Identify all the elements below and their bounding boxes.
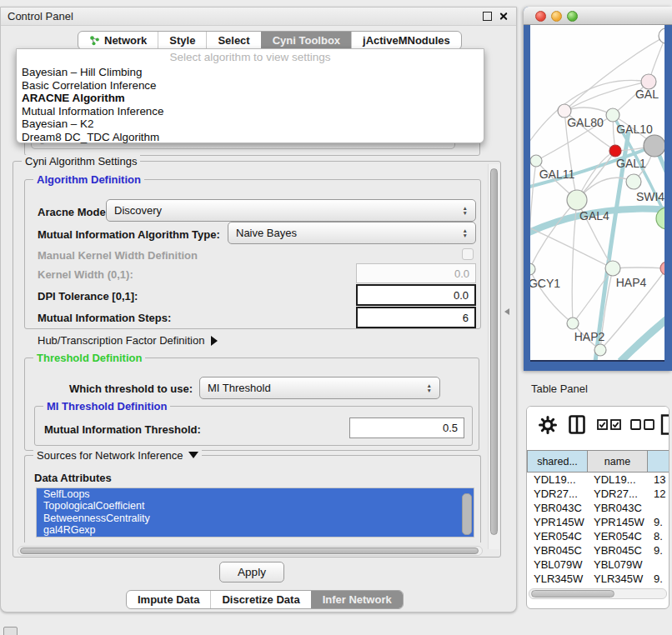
table-column-header-name[interactable]: name [587, 450, 647, 472]
dropdown-item-dream8-dc-tdc-algorithm[interactable]: Dream8 DC_TDC Algorithm [17, 131, 484, 144]
network-node-label: GAL [635, 88, 659, 101]
scrollbar-thumb[interactable] [20, 548, 479, 554]
mi-type-combo[interactable]: Naive Bayes ▲▼ [228, 222, 476, 244]
document-icon[interactable] [660, 414, 669, 435]
network-node[interactable] [659, 28, 664, 43]
scrollbar-thumb[interactable] [490, 168, 498, 535]
tab-impute-data[interactable]: Impute Data [127, 591, 210, 608]
network-node-label: GAL4 [579, 209, 609, 222]
which-threshold-combo[interactable]: MI Threshold ▲▼ [199, 377, 440, 399]
control-panel-titlebar: Control Panel [1, 8, 516, 26]
zoom-traffic-light-icon[interactable] [567, 11, 578, 22]
tab-style[interactable]: Style [158, 32, 206, 49]
table-row[interactable]: YER054CYER054C8. [527, 529, 669, 543]
table-row[interactable]: YDL19...YDL19...13 [527, 472, 669, 487]
minimize-traffic-light-icon[interactable] [551, 11, 562, 22]
mi-threshold-value: 0.5 [443, 422, 458, 434]
tab-network[interactable]: Network [78, 32, 158, 49]
float-window-icon[interactable] [483, 12, 492, 21]
screen: Control Panel NetworkStyleSelectCyni Too… [0, 0, 672, 635]
table-column-header-2[interactable] [647, 450, 669, 472]
network-node-label: HAP2 [574, 330, 605, 343]
attribute-item-betweennesscentrality[interactable]: BetweennessCentrality [37, 512, 474, 524]
dpi-tolerance-field[interactable]: 0.0 [356, 284, 476, 306]
mi-steps-field[interactable]: 6 [356, 307, 476, 328]
tab-discretize-data[interactable]: Discretize Data [210, 591, 310, 608]
network-node[interactable] [644, 135, 664, 157]
network-node-gal4[interactable] [567, 190, 587, 210]
network-node-gal1[interactable] [609, 145, 621, 157]
tab-label: Discretize Data [222, 593, 299, 606]
cyni-settings-legend: Cyni Algorithm Settings [22, 155, 140, 168]
table-row[interactable]: YDR27...YDR27...12 [527, 487, 669, 501]
settings-vertical-scrollbar[interactable] [488, 164, 499, 549]
attribute-item-selfloops[interactable]: SelfLoops [37, 488, 474, 500]
table-cell: YDR27... [527, 488, 587, 500]
list-scrollbar[interactable] [462, 493, 472, 535]
dropdown-item-bayesian-hill-climbing[interactable]: Bayesian – Hill Climbing [17, 66, 484, 79]
table-row[interactable]: YBR045CYBR045C9. [527, 543, 669, 558]
attribute-item-topologicalcoefficient[interactable]: TopologicalCoefficient [37, 500, 474, 512]
table-body: YDL19...YDL19...13YDR27...YDR27...12YBR0… [527, 472, 669, 600]
table-cell: YBR043C [587, 502, 647, 514]
network-node-gal10[interactable] [606, 108, 619, 122]
mi-threshold-field[interactable]: 0.5 [349, 418, 464, 438]
deselect-checks-icon[interactable] [630, 419, 655, 430]
network-node-gal11[interactable] [530, 155, 542, 167]
split-columns-icon[interactable] [569, 415, 585, 434]
table-cell: YBL079W [587, 558, 647, 571]
table-cell: YER054C [527, 530, 587, 542]
table-row[interactable]: YLR345WYLR345W9. [527, 572, 669, 586]
network-node-label: GAL10 [616, 122, 653, 136]
dropdown-item-mutual-information-inference[interactable]: Mutual Information Inference [17, 105, 484, 118]
hub-definition-expander[interactable]: Hub/Transcription Factor Definition [38, 334, 218, 347]
data-attributes-list[interactable]: SelfLoopsTopologicalCoefficientBetweenne… [36, 488, 474, 538]
settings-horizontal-scrollbar[interactable] [18, 546, 483, 556]
table-row[interactable]: YBR043CYBR043C [527, 501, 669, 515]
network-node-swi4[interactable] [626, 174, 641, 189]
table-cell: YBL079W [527, 558, 587, 571]
network-node-hap4[interactable] [605, 261, 620, 276]
control-panel-tabbar: NetworkStyleSelectCyni ToolboxjActiveMNo… [78, 31, 462, 50]
tab-infer-network[interactable]: Infer Network [311, 591, 403, 608]
panel-corner-button[interactable] [3, 627, 18, 635]
splitter-collapse-icon[interactable] [504, 308, 509, 315]
network-node[interactable] [594, 344, 606, 356]
threshold-definition-legend: Threshold Definition [33, 352, 145, 364]
table-row[interactable]: YBL079WYBL079W [527, 558, 669, 572]
tab-label: Infer Network [323, 593, 392, 606]
table-column-header-shared[interactable]: shared... [527, 450, 587, 472]
aracne-mode-value: Discovery [114, 204, 162, 217]
dropdown-item-bayesian-k2[interactable]: Bayesian – K2 [17, 118, 484, 131]
table-cell: YLR345W [587, 572, 647, 585]
table-horizontal-scrollbar[interactable] [529, 588, 667, 599]
manual-kernel-checkbox[interactable] [462, 248, 474, 260]
table-row[interactable]: YPR145WYPR145W9. [527, 515, 669, 529]
gear-icon[interactable] [539, 416, 557, 434]
scrollbar-thumb[interactable] [531, 590, 614, 598]
sources-expander[interactable]: Sources for Network Inference [33, 449, 202, 462]
aracne-mode-combo[interactable]: Discovery ▲▼ [106, 199, 476, 222]
network-node-gcy1[interactable] [530, 263, 535, 275]
dropdown-item-basic-correlation-inference[interactable]: Basic Correlation Inference [17, 79, 484, 92]
apply-button[interactable]: Apply [219, 562, 284, 582]
attribute-item-gal4rgexp[interactable]: gal4RGexp [37, 524, 474, 536]
network-node-y[interactable] [660, 262, 664, 275]
network-node-label: HAP4 [616, 276, 647, 289]
close-icon[interactable] [499, 12, 508, 21]
network-node-hap2[interactable] [567, 318, 579, 329]
which-threshold-label: Which threshold to use: [69, 382, 193, 395]
tab-cyni-toolbox[interactable]: Cyni Toolbox [261, 32, 351, 49]
network-canvas[interactable]: GALGAL80GAL10GAL1GAL11SWI4GAL4GCY1HAP4YH… [530, 25, 664, 362]
select-checks-icon[interactable] [597, 419, 622, 430]
tab-label: Network [104, 34, 147, 47]
tab-select[interactable]: Select [206, 32, 260, 49]
tab-jactivemnodules[interactable]: jActiveMNodules [351, 32, 461, 49]
mi-type-value: Naive Bayes [236, 227, 297, 239]
dropdown-item-aracne-algorithm[interactable]: ARACNE Algorithm [17, 92, 484, 105]
mi-threshold-legend: MI Threshold Definition [43, 400, 170, 412]
table-cell: YPR145W [527, 516, 587, 528]
combo-stepper-icon: ▲▼ [458, 206, 468, 215]
close-traffic-light-icon[interactable] [535, 11, 546, 22]
algorithm-definition-legend: Algorithm Definition [33, 173, 144, 186]
